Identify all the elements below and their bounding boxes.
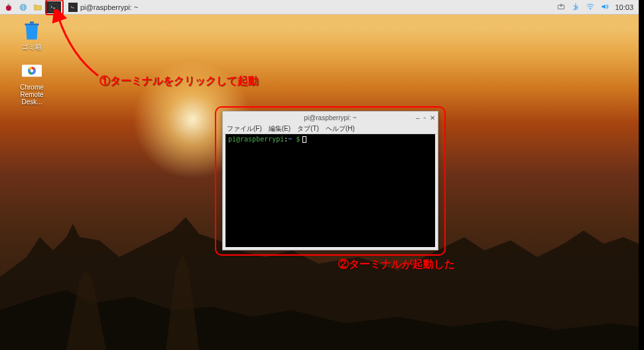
taskbar-clock[interactable]: 10:03 [615,3,633,11]
svg-point-12 [31,69,34,72]
svg-point-0 [6,5,11,11]
terminal-titlebar[interactable]: pi@raspberrypi: ~ – ▫ ✕ [223,112,438,124]
desktop-icons: ゴミ箱 Chrome Remote Desk... [12,19,52,106]
wifi-icon[interactable] [586,2,595,13]
annotation-arrow [52,9,105,82]
svg-rect-9 [30,22,34,24]
annotation-highlight-launcher [45,0,64,15]
menu-file[interactable]: ファイル(F) [227,124,262,133]
minimize-button[interactable]: – [416,114,420,122]
terminal-title: pi@raspberrypi: ~ [223,114,438,122]
menu-edit[interactable]: 編集(E) [269,124,290,133]
chrome-remote-label: Chrome Remote Desk... [12,84,52,106]
terminal-body[interactable]: pi@raspberrypi:~ $ [225,134,435,247]
taskbar: pi@raspberrypi: ~ 10:03 [0,0,639,15]
svg-point-7 [590,9,591,10]
svg-point-2 [9,6,11,7]
taskbar-app-entry[interactable]: pi@raspberrypi: ~ [64,1,143,13]
trash-label: ゴミ箱 [22,43,42,52]
maximize-button[interactable]: ▫ [423,114,426,122]
close-button[interactable]: ✕ [430,114,435,122]
desktop-background: pi@raspberrypi: ~ 10:03 [0,0,639,350]
svg-point-3 [8,8,9,9]
prompt-dollar: $ [292,135,300,143]
annotation-text-1: ①ターミナルをクリックして起動 [99,74,259,88]
chrome-remote-desktop-icon[interactable]: Chrome Remote Desk... [12,60,52,106]
web-browser-icon[interactable] [17,1,29,13]
terminal-cursor [302,136,306,143]
menu-tab[interactable]: タブ(T) [297,124,319,133]
svg-rect-8 [25,24,39,26]
raspberry-menu-icon[interactable] [3,1,15,13]
terminal-icon [68,3,78,12]
trash-icon[interactable]: ゴミ箱 [12,19,52,52]
volume-icon[interactable] [600,2,610,13]
svg-point-1 [7,6,8,7]
terminal-window[interactable]: pi@raspberrypi: ~ – ▫ ✕ ファイル(F) 編集(E) タブ… [222,111,438,250]
taskbar-app-label: pi@raspberrypi: ~ [80,3,138,11]
annotation-text-2: ②ターミナルが起動した [338,258,455,272]
terminal-menubar: ファイル(F) 編集(E) タブ(T) ヘルプ(H) [223,124,438,134]
bluetooth-icon[interactable] [571,2,580,13]
menu-help[interactable]: ヘルプ(H) [326,124,355,133]
prompt-user: pi@raspberrypi [228,135,284,143]
updates-icon[interactable] [556,2,566,13]
file-manager-icon[interactable] [32,1,44,13]
